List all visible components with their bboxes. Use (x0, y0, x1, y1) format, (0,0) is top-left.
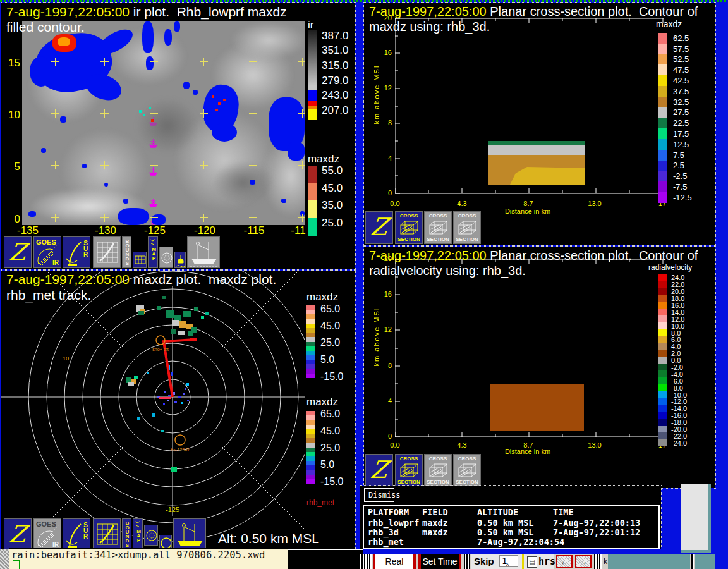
grid-radar-icon (94, 237, 121, 268)
bounds-button[interactable]: BOUNDS (122, 518, 131, 550)
grid-radar-button[interactable] (93, 518, 121, 550)
status-table-rows: rhb_lowprf maxdz 0.50 km MSL 7-Aug-97,22… (364, 518, 658, 546)
ship-icon (174, 519, 206, 550)
step-forward-button[interactable]: → (575, 555, 592, 568)
colorbar-swatch (306, 438, 315, 443)
small-grid-button[interactable] (133, 252, 147, 268)
radar-echoes (126, 296, 209, 472)
cube-icon (396, 219, 423, 237)
zeb-logo-button[interactable]: Z (4, 236, 32, 268)
cell-platform: rhb_3d (368, 527, 399, 537)
bl-title: 7-aug-1997,22:05:00 maxdz plot. maxdz pl… (6, 272, 276, 287)
maxdz-contour-feature (488, 141, 585, 185)
scrollbar-track[interactable] (681, 484, 711, 553)
colorbar-swatch (306, 360, 315, 364)
colorbar-swatch (658, 295, 667, 302)
cross-section-button[interactable]: CROSS SECTION (424, 454, 452, 487)
colorbar-swatch (308, 183, 317, 201)
colorbar-label: 65.0 (320, 408, 340, 420)
colorbar-swatch (658, 64, 667, 75)
map-button[interactable]: MAP (133, 518, 143, 550)
colorbar-label: 25.0 (320, 337, 340, 348)
rings-icon (145, 525, 158, 546)
cube-icon (396, 462, 423, 480)
z-icon: Z (365, 212, 393, 242)
colorbar-swatch (306, 310, 315, 314)
skip-label: Skip (474, 556, 494, 566)
surveillance-radar-button[interactable]: SUR (63, 518, 90, 550)
terminal-window[interactable]: rain:beaufait:341>xdump.all 970806.2205.… (9, 548, 288, 569)
colorbar-label: 57.5 (673, 44, 689, 54)
cell-altitude: 7-Aug-97,22:04:54 (477, 537, 564, 547)
scrollbar-window (681, 484, 713, 555)
colorbar-swatch (306, 351, 315, 355)
colorbar-swatch (306, 333, 315, 337)
grid-radar-button[interactable] (93, 236, 121, 268)
colorbar-label: 2.5 (673, 161, 684, 170)
cross-section-button[interactable]: CROSS SECTION (453, 454, 481, 487)
radar-rings-button[interactable] (159, 247, 173, 268)
maxdz-colorbar (308, 166, 317, 236)
colorbar-label: 25.0 (322, 217, 343, 229)
colorbar-label: 32.5 (673, 97, 689, 107)
colorbar-swatch (306, 355, 315, 360)
colorbar-swatch (306, 415, 315, 420)
colorbar-swatch (658, 426, 667, 433)
radar-rings-button[interactable] (144, 525, 158, 546)
goes-ir-button[interactable]: GOES IR (33, 518, 61, 550)
radialvelocity-feature (490, 384, 584, 431)
colorbar-swatch (306, 443, 315, 447)
goes-ir-button[interactable]: GOES IR (33, 236, 61, 268)
br-title: 7-aug-1997,22:05:00 Planar cross-section… (369, 248, 698, 263)
dismiss-button[interactable]: Dismiss (364, 488, 394, 502)
lat-label: 10 (5, 109, 20, 121)
colorbar-swatch (658, 364, 667, 371)
ship-button[interactable] (187, 236, 220, 268)
colorbar-swatch (658, 288, 667, 295)
screen-top-border (0, 0, 728, 2)
colorbar-swatch (658, 412, 667, 419)
colorbar-label: 207.0 (322, 104, 349, 117)
rings-icon (160, 247, 173, 268)
colorbar-label: 315.0 (322, 59, 349, 72)
real-time-button[interactable]: Real Time (373, 554, 416, 569)
br-xlabel: Distance in km (483, 448, 572, 455)
br-ylabel: km above MSL (373, 305, 380, 366)
colorbar-label: -7.5 (673, 182, 687, 192)
set-time-button[interactable]: Set Time (418, 554, 461, 569)
colorbar-swatch (306, 475, 315, 479)
maxdz-xsection-plot (395, 18, 665, 199)
ship-button[interactable] (173, 518, 206, 550)
colorbar-swatch (306, 425, 315, 429)
bl-colorbar-2 (306, 411, 315, 484)
tl-title2: filled contour. (6, 20, 85, 35)
zeb-logo-button[interactable]: Z (4, 518, 32, 550)
cross-section-button-active[interactable]: CROSS SECTION (395, 211, 423, 244)
colorbar-swatch (658, 139, 667, 150)
zeb-logo-button[interactable]: Z (365, 211, 393, 244)
terminal-scrollbar[interactable] (0, 549, 9, 569)
buoy-button[interactable] (174, 252, 186, 268)
surveillance-radar-button[interactable]: SUR (63, 236, 90, 268)
colorbar-label: 387.0 (322, 30, 349, 42)
colorbar-label: 65.0 (320, 303, 340, 315)
cross-section-button[interactable]: CROSS SECTION (424, 211, 452, 244)
zeb-logo-button[interactable]: Z (365, 454, 393, 487)
colorbar-label: -15.0 (320, 371, 343, 382)
colorbar-swatch (658, 329, 667, 336)
spinner-caret-icon[interactable]: ^ (506, 563, 509, 569)
map-button[interactable]: MAP (148, 236, 158, 268)
bounds-button[interactable]: BOUNDS (122, 236, 131, 268)
colorbar-swatch (658, 309, 667, 315)
cell-time: 7-Aug-97,22:01:12 (553, 527, 640, 537)
cross-section-button[interactable]: CROSS SECTION (453, 211, 481, 244)
tr-colorbar-title: maxdz (656, 19, 682, 29)
step-back-button[interactable]: ← (556, 555, 573, 568)
colorbar-label: -2.5 (673, 171, 687, 181)
cell-platform: rhb_lowprf (368, 518, 419, 528)
cross-section-button-active[interactable]: CROSS SECTION (395, 454, 423, 487)
colorbar-swatch (658, 192, 667, 203)
colorbar-swatch (658, 281, 667, 288)
colorbar-swatch (658, 274, 667, 281)
status-table-header: PLATFORM FIELD ALTITUDE TIME (364, 507, 658, 517)
